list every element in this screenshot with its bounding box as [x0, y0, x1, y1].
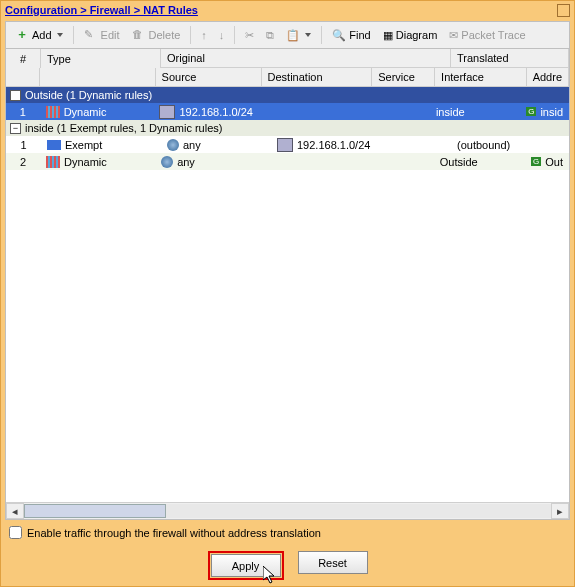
- row-dst: 192.168.1.0/24: [271, 136, 386, 153]
- col-type2: [40, 68, 156, 87]
- col-type[interactable]: Type: [41, 49, 161, 68]
- magnifier-icon: 🔍: [332, 29, 346, 42]
- scissors-icon: ✂: [245, 29, 254, 42]
- apply-button[interactable]: Apply: [211, 554, 281, 577]
- rules-grid: # Type Original Translated Source Destin…: [5, 49, 570, 520]
- exempt-icon: [47, 140, 61, 150]
- row-dst: [261, 153, 371, 170]
- dynamic-icon: [46, 156, 60, 168]
- trace-icon: ✉: [449, 29, 458, 42]
- arrow-down-icon: ↓: [219, 29, 225, 41]
- toolbar: +Add ✎Edit 🗑Delete ↑ ↓ ✂ ⧉ 📋 🔍Find ▦Diag…: [5, 21, 570, 49]
- edit-label: Edit: [101, 29, 120, 41]
- col-service[interactable]: Service: [372, 68, 435, 87]
- dropdown-icon: [57, 33, 63, 37]
- table-row[interactable]: 2 Dynamic any Outside GOut: [6, 153, 569, 170]
- apply-highlight: Apply: [208, 551, 284, 580]
- paste-icon: 📋: [286, 29, 300, 42]
- row-addr: Ginsid: [520, 103, 569, 120]
- separator: [321, 26, 322, 44]
- scroll-thumb[interactable]: [24, 504, 166, 518]
- button-row: Apply Reset: [1, 551, 574, 580]
- row-type: Dynamic: [40, 103, 154, 120]
- network-icon: [159, 105, 175, 119]
- delete-button[interactable]: 🗑Delete: [127, 25, 186, 45]
- copy-button[interactable]: ⧉: [261, 26, 279, 45]
- dropdown-icon: [305, 33, 311, 37]
- title-bar: Configuration > Firewall > NAT Rules: [1, 1, 574, 19]
- row-addr: [546, 136, 569, 153]
- move-up-button[interactable]: ↑: [196, 26, 212, 44]
- col-address[interactable]: Addre: [527, 68, 569, 87]
- packet-trace-button[interactable]: ✉Packet Trace: [444, 26, 530, 45]
- row-svc: [371, 153, 434, 170]
- cut-button[interactable]: ✂: [240, 26, 259, 45]
- group-label: inside (1 Exempt rules, 1 Dynamic rules): [25, 122, 222, 134]
- collapse-icon[interactable]: −: [10, 90, 21, 101]
- row-num: 2: [6, 153, 40, 170]
- any-icon: [161, 156, 173, 168]
- row-num: 1: [6, 103, 40, 120]
- col-interface[interactable]: Interface: [435, 68, 527, 87]
- collapse-icon[interactable]: −: [10, 123, 21, 134]
- separator: [190, 26, 191, 44]
- row-src: 192.168.1.0/24: [153, 103, 258, 120]
- window-restore-icon[interactable]: [557, 4, 570, 17]
- pencil-icon: ✎: [84, 28, 98, 42]
- find-label: Find: [349, 29, 370, 41]
- separator: [73, 26, 74, 44]
- col-source[interactable]: Source: [156, 68, 262, 87]
- move-down-button[interactable]: ↓: [214, 26, 230, 44]
- enable-bypass-label: Enable traffic through the firewall with…: [27, 527, 321, 539]
- add-label: Add: [32, 29, 52, 41]
- row-src: any: [155, 153, 261, 170]
- trash-icon: 🗑: [132, 28, 146, 42]
- col-translated[interactable]: Translated: [451, 49, 569, 68]
- add-button[interactable]: +Add: [10, 25, 68, 45]
- grid-body: −Outside (1 Dynamic rules) 1 Dynamic 192…: [6, 87, 569, 502]
- horizontal-scrollbar[interactable]: ◂ ▸: [6, 502, 569, 519]
- row-int: (outbound): [451, 136, 546, 153]
- separator: [234, 26, 235, 44]
- trace-label: Packet Trace: [461, 29, 525, 41]
- badge-icon: G: [526, 107, 536, 116]
- col-original[interactable]: Original: [161, 49, 451, 68]
- diagram-button[interactable]: ▦Diagram: [378, 26, 443, 45]
- col-destination[interactable]: Destination: [262, 68, 373, 87]
- row-type: Exempt: [41, 136, 161, 153]
- row-src: any: [161, 136, 271, 153]
- edit-button[interactable]: ✎Edit: [79, 25, 125, 45]
- breadcrumb[interactable]: Configuration > Firewall > NAT Rules: [5, 4, 198, 16]
- network-icon: [277, 138, 293, 152]
- enable-bypass-checkbox[interactable]: [9, 526, 22, 539]
- table-row[interactable]: 1 Exempt any 192.168.1.0/24 (outbound): [6, 136, 569, 153]
- grid-header: # Type Original Translated Source Destin…: [6, 49, 569, 87]
- delete-label: Delete: [149, 29, 181, 41]
- row-type: Dynamic: [40, 153, 155, 170]
- group-label: Outside (1 Dynamic rules): [25, 89, 152, 101]
- row-dst: [259, 103, 368, 120]
- plus-icon: +: [15, 28, 29, 42]
- row-num: 1: [6, 136, 41, 153]
- col-num[interactable]: #: [6, 49, 41, 68]
- paste-button[interactable]: 📋: [281, 26, 316, 45]
- scroll-right-icon[interactable]: ▸: [551, 503, 569, 519]
- any-icon: [167, 139, 179, 151]
- row-int: inside: [430, 103, 520, 120]
- find-button[interactable]: 🔍Find: [327, 26, 375, 45]
- table-row[interactable]: 1 Dynamic 192.168.1.0/24 inside Ginsid: [6, 103, 569, 120]
- group-inside[interactable]: −inside (1 Exempt rules, 1 Dynamic rules…: [6, 120, 569, 136]
- arrow-up-icon: ↑: [201, 29, 207, 41]
- scroll-track[interactable]: [24, 504, 551, 518]
- dynamic-icon: [46, 106, 60, 118]
- row-svc: [368, 103, 430, 120]
- group-outside[interactable]: −Outside (1 Dynamic rules): [6, 87, 569, 103]
- col-num2: [6, 68, 40, 87]
- scroll-left-icon[interactable]: ◂: [6, 503, 24, 519]
- badge-icon: G: [531, 157, 541, 166]
- diagram-icon: ▦: [383, 29, 393, 42]
- enable-bypass-row: Enable traffic through the firewall with…: [9, 526, 566, 539]
- row-addr: GOut: [525, 153, 569, 170]
- reset-button[interactable]: Reset: [298, 551, 368, 574]
- row-int: Outside: [434, 153, 525, 170]
